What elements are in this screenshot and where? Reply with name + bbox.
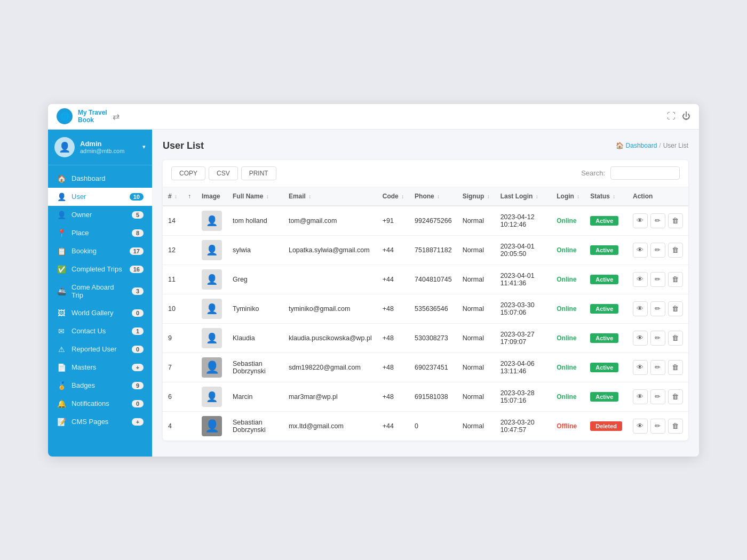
sidebar-item-come-aboard[interactable]: 🚢 Come Aboard Trip 3 bbox=[48, 278, 152, 304]
sidebar-item-label: Contact Us bbox=[71, 327, 126, 335]
delete-button[interactable]: 🗑 bbox=[668, 243, 683, 258]
cell-fullname: tom holland bbox=[227, 206, 283, 236]
cell-arrow bbox=[182, 294, 196, 323]
cell-arrow bbox=[182, 353, 196, 382]
nav-badge: + bbox=[132, 418, 144, 426]
table-head: # ↕ ↑ Image Full Name ↕ Email ↕ Code ↕ P… bbox=[163, 187, 688, 206]
sidebar-item-place[interactable]: 📍 Place 8 bbox=[48, 224, 152, 242]
login-status: Online bbox=[557, 246, 576, 254]
sidebar-user-info: Admin admin@mtb.com bbox=[80, 140, 137, 154]
view-button[interactable]: 👁 bbox=[633, 272, 648, 287]
search-input[interactable] bbox=[610, 166, 680, 180]
cell-arrow bbox=[182, 206, 196, 236]
sidebar-user[interactable]: 👤 Admin admin@mtb.com ▾ bbox=[48, 130, 152, 165]
view-button[interactable]: 👁 bbox=[633, 360, 648, 375]
edit-button[interactable]: ✏ bbox=[650, 243, 665, 258]
cell-email: mar3mar@wp.pl bbox=[283, 382, 377, 411]
edit-button[interactable]: ✏ bbox=[650, 360, 665, 375]
view-button[interactable]: 👁 bbox=[633, 301, 648, 316]
sidebar-item-dashboard[interactable]: 🏠 Dashboard bbox=[48, 170, 152, 188]
cell-phone: 7518871182 bbox=[409, 235, 457, 265]
edit-button[interactable]: ✏ bbox=[650, 389, 665, 404]
view-button[interactable]: 👁 bbox=[633, 331, 648, 346]
sidebar-item-user[interactable]: 👤 User 10 bbox=[48, 188, 152, 206]
delete-button[interactable]: 🗑 bbox=[668, 272, 683, 287]
print-button[interactable]: PRINT bbox=[241, 166, 276, 180]
sidebar-item-badges[interactable]: 🏅 Badges 9 bbox=[48, 377, 152, 395]
place-icon: 📍 bbox=[57, 229, 66, 237]
cell-signup: Normal bbox=[457, 235, 495, 265]
view-button[interactable]: 👁 bbox=[633, 389, 648, 404]
col-fullname: Full Name ↕ bbox=[227, 187, 283, 206]
delete-button[interactable]: 🗑 bbox=[668, 301, 683, 316]
col-arrow: ↑ bbox=[182, 187, 196, 206]
view-button[interactable]: 👁 bbox=[633, 213, 648, 228]
cell-signup: Normal bbox=[457, 206, 495, 236]
view-button[interactable]: 👁 bbox=[633, 243, 648, 258]
view-button[interactable]: 👁 bbox=[633, 419, 648, 434]
sidebar-item-contact-us[interactable]: ✉ Contact Us 1 bbox=[48, 322, 152, 340]
status-badge: Active bbox=[590, 304, 618, 314]
cell-last-login: 2023-04-01 20:05:50 bbox=[495, 235, 552, 265]
action-buttons: 👁 ✏ 🗑 bbox=[633, 213, 683, 228]
edit-button[interactable]: ✏ bbox=[650, 213, 665, 228]
cell-login: Online bbox=[551, 265, 585, 294]
cell-code: +48 bbox=[377, 353, 409, 382]
toggle-sidebar-button[interactable]: ⇄ bbox=[113, 111, 120, 122]
cell-action: 👁 ✏ 🗑 bbox=[627, 323, 688, 353]
edit-button[interactable]: ✏ bbox=[650, 272, 665, 287]
cell-num: 6 bbox=[163, 382, 182, 411]
action-buttons: 👁 ✏ 🗑 bbox=[633, 243, 683, 258]
cell-phone: 7404810745 bbox=[409, 265, 457, 294]
sidebar-item-label: Completed Trips bbox=[71, 265, 124, 273]
sidebar-item-masters[interactable]: 📄 Masters + bbox=[48, 358, 152, 377]
nav-badge: 3 bbox=[132, 287, 144, 295]
action-buttons: 👁 ✏ 🗑 bbox=[633, 389, 683, 404]
edit-button[interactable]: ✏ bbox=[650, 331, 665, 346]
app-title: My Travel Book bbox=[78, 109, 107, 124]
csv-button[interactable]: CSV bbox=[209, 166, 238, 180]
expand-icon[interactable]: ⛶ bbox=[667, 111, 676, 121]
cell-last-login: 2023-04-06 13:11:46 bbox=[495, 353, 552, 382]
cell-status: Active bbox=[585, 323, 627, 353]
sidebar-item-owner[interactable]: 👤 Owner 5 bbox=[48, 206, 152, 224]
cell-fullname: Sebastian Dobrzynski bbox=[227, 411, 283, 441]
cell-arrow bbox=[182, 265, 196, 294]
cell-phone: 691581038 bbox=[409, 382, 457, 411]
cell-code: +44 bbox=[377, 265, 409, 294]
sidebar-item-reported-user[interactable]: ⚠ Reported User 0 bbox=[48, 340, 152, 358]
copy-button[interactable]: COPY bbox=[171, 166, 205, 180]
cell-login: Online bbox=[551, 382, 585, 411]
cell-arrow bbox=[182, 235, 196, 265]
user-image: 👤 bbox=[202, 357, 222, 378]
dashboard-icon: 🏠 bbox=[57, 174, 66, 183]
edit-button[interactable]: ✏ bbox=[650, 301, 665, 316]
delete-button[interactable]: 🗑 bbox=[668, 360, 683, 375]
sidebar-item-label: Owner bbox=[71, 211, 126, 219]
cell-email: Lopatka.sylwia@gmail.com bbox=[283, 235, 377, 265]
top-bar-left: 🌐 My Travel Book ⇄ bbox=[57, 108, 120, 124]
breadcrumb-current: User List bbox=[663, 142, 688, 149]
sidebar-item-completed-trips[interactable]: ✅ Completed Trips 16 bbox=[48, 260, 152, 278]
sidebar-item-world-gallery[interactable]: 🖼 World Gallery 0 bbox=[48, 304, 152, 322]
col-phone: Phone ↕ bbox=[409, 187, 457, 206]
sidebar-item-notifications[interactable]: 🔔 Notifications 0 bbox=[48, 395, 152, 413]
action-buttons: 👁 ✏ 🗑 bbox=[633, 360, 683, 375]
cell-status: Active bbox=[585, 265, 627, 294]
delete-button[interactable]: 🗑 bbox=[668, 389, 683, 404]
col-action: Action bbox=[627, 187, 688, 206]
delete-button[interactable]: 🗑 bbox=[668, 419, 683, 434]
completed-trips-icon: ✅ bbox=[57, 265, 66, 274]
edit-button[interactable]: ✏ bbox=[650, 419, 665, 434]
delete-button[interactable]: 🗑 bbox=[668, 213, 683, 228]
cell-num: 14 bbox=[163, 206, 182, 236]
cell-email: sdm198220@gmail.com bbox=[283, 353, 377, 382]
breadcrumb-dashboard-link[interactable]: Dashboard bbox=[626, 142, 657, 149]
delete-button[interactable]: 🗑 bbox=[668, 331, 683, 346]
col-image: Image bbox=[196, 187, 227, 206]
power-icon[interactable]: ⏻ bbox=[682, 111, 690, 121]
col-status: Status ↕ bbox=[585, 187, 627, 206]
sidebar-item-cms-pages[interactable]: 📝 CMS Pages + bbox=[48, 413, 152, 431]
sidebar-item-booking[interactable]: 📋 Booking 17 bbox=[48, 242, 152, 260]
login-status: Online bbox=[557, 364, 576, 371]
